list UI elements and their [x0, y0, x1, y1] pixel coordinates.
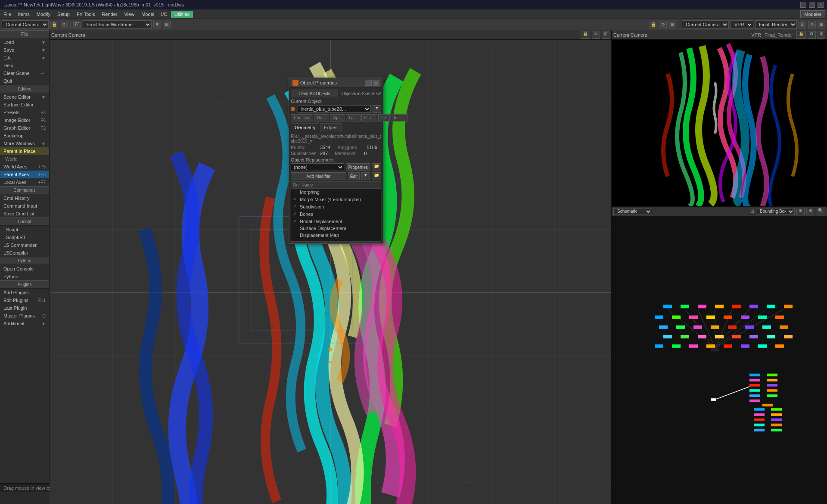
menu-setup[interactable]: Setup — [54, 11, 73, 18]
dialog-close-btn[interactable]: × — [373, 80, 379, 86]
render-select[interactable]: Final_Render — [755, 20, 797, 29]
sidebar-edit[interactable]: Edit ▼ — [0, 54, 49, 62]
add-modifier-btn[interactable]: Add Modifier — [291, 172, 346, 180]
render-expand-icon[interactable]: ⊞ — [818, 21, 825, 28]
modifier-morphing[interactable]: Morphing — [291, 189, 381, 196]
vpr-select[interactable]: VPR — [731, 20, 753, 29]
current-object-select[interactable]: inertia_plus_tube20... — [298, 105, 371, 113]
main-expand-btn[interactable]: ⊞ — [602, 31, 609, 39]
menu-modify[interactable]: Modify — [33, 11, 54, 18]
expand-icon[interactable]: ⊞ — [163, 21, 171, 28]
modifier-bones[interactable]: ✓ Bones — [291, 210, 381, 218]
sidebar-master-plugins[interactable]: Master Plugins O — [0, 312, 49, 320]
menu-model[interactable]: Model — [138, 11, 158, 18]
tab-fx[interactable]: FX — [378, 114, 390, 121]
tab-inst[interactable]: Inst... — [391, 114, 407, 121]
modifier-subdivision[interactable]: ✓ Subdivision — [291, 203, 381, 210]
sidebar-lscript-rt[interactable]: LScript/RT — [0, 233, 49, 241]
sidebar-add-plugins[interactable]: Add Plugins — [0, 289, 49, 296]
schematic-zoom-btn[interactable]: 🔍 — [816, 208, 825, 215]
sidebar-parent-in-place[interactable]: Parent in Place — [0, 147, 49, 155]
object-expand-btn[interactable]: ▼ — [373, 105, 381, 113]
view-mode-select[interactable]: Front Face Wireframe — [83, 20, 152, 29]
sidebar-parent-axes[interactable]: Parent Axes +F6 — [0, 171, 49, 178]
tab-glo[interactable]: Glo... — [361, 114, 378, 121]
dialog-title-bar[interactable]: Object Properties — × — [289, 78, 383, 88]
sidebar-presets[interactable]: Presets F8 — [0, 109, 49, 116]
sidebar-lscompiler[interactable]: LSCompiler — [0, 249, 49, 257]
menu-render[interactable]: Render — [98, 11, 121, 18]
bounding-box-select[interactable]: Bounding Box — [756, 208, 795, 215]
sidebar-world-axes[interactable]: World Axes +F5 — [0, 163, 49, 171]
sidebar-python[interactable]: Python — [0, 273, 49, 280]
tab-re[interactable]: Re... — [314, 114, 329, 121]
sidebar-surface-editor[interactable]: Surface Editor — [0, 101, 49, 109]
replacement-select[interactable]: (none) — [291, 163, 344, 171]
schematic-expand-btn[interactable]: ⊞ — [806, 208, 814, 215]
top-right-expand-btn[interactable]: ⊞ — [818, 31, 825, 39]
sidebar-command-input[interactable]: Command Input — [0, 202, 49, 210]
sidebar-cmd-history[interactable]: Cmd History — [0, 194, 49, 202]
menu-io[interactable]: I/O — [158, 11, 171, 18]
sidebar-open-console[interactable]: Open Console — [0, 265, 49, 273]
schematic-mode-select[interactable]: Schematic — [613, 208, 652, 215]
minimize-btn[interactable]: — — [800, 2, 806, 8]
sidebar-load[interactable]: Load ▼ — [0, 38, 49, 46]
dialog-minimize-btn[interactable]: — — [365, 80, 372, 86]
menu-file[interactable]: File — [0, 11, 15, 18]
sidebar-lscript[interactable]: LScript — [0, 226, 49, 233]
edit-btn[interactable]: Edit — [348, 172, 360, 180]
replacement-folder-btn[interactable]: 📁 — [372, 163, 381, 171]
modifier-inertia-plus[interactable]: ✓ Inertia_plus (1.00) 07/18 — [291, 239, 381, 242]
modifier-folder-btn[interactable]: 📁 — [372, 172, 381, 180]
top-right-lock-btn[interactable]: 🔒 — [796, 31, 806, 39]
replacement-properties-btn[interactable]: Properties — [346, 163, 370, 171]
dropdown-arrow-icon[interactable]: ▼ — [153, 21, 161, 28]
sidebar-clear-scene[interactable]: Clear Scene +4 — [0, 69, 49, 77]
modifier-surface-displacement[interactable]: Surface Displacement — [291, 225, 381, 232]
modifier-morph-mixer[interactable]: ✓ Morph Mixer (4 endomorphs) — [291, 196, 381, 203]
close-btn[interactable]: × — [818, 2, 824, 8]
toolbar-gear-icon[interactable]: ⚙ — [659, 21, 667, 28]
tab-ap[interactable]: Ap... — [330, 114, 345, 121]
checkbox-icon[interactable]: ☑ — [73, 21, 81, 28]
schematic-settings-btn[interactable]: ⚙ — [796, 208, 805, 215]
menu-utilities[interactable]: Utilities — [171, 11, 193, 18]
top-right-settings-btn[interactable]: ⚙ — [808, 31, 816, 39]
right-camera-select[interactable]: Current Camera — [682, 20, 729, 29]
settings-icon[interactable]: ⚙ — [60, 21, 68, 28]
sidebar-local-axes[interactable]: Local Axes +F7 — [0, 178, 49, 186]
modifier-nodal-displacement[interactable]: ✓ Nodal Displacement — [291, 218, 381, 225]
tab-primitive[interactable]: Primitive — [291, 114, 313, 121]
sidebar-save-cmd-list[interactable]: Save Cmd List — [0, 210, 49, 218]
render-checkbox-icon[interactable]: ☑ — [799, 21, 806, 28]
maximize-btn[interactable]: □ — [809, 2, 815, 8]
main-settings-btn[interactable]: ⚙ — [592, 31, 600, 39]
tab-geometry[interactable]: Geometry — [291, 123, 319, 132]
toolbar-lock-icon[interactable]: 🔒 — [650, 21, 657, 28]
sidebar-ls-commander[interactable]: LS Commander — [0, 241, 49, 249]
sidebar-save[interactable]: Save ▼ — [0, 46, 49, 54]
toolbar-expand-icon[interactable]: ⊞ — [668, 21, 676, 28]
sidebar-last-plugin[interactable]: Last Plugin — [0, 304, 49, 312]
tab-lg[interactable]: Lg... — [346, 114, 360, 121]
sidebar-help[interactable]: Help — [0, 62, 49, 69]
render-settings-icon[interactable]: ⚙ — [808, 21, 816, 28]
menu-items[interactable]: Items — [15, 11, 33, 18]
sidebar-image-editor[interactable]: Image Editor F6 — [0, 116, 49, 124]
camera-select[interactable]: Current Camera — [2, 20, 49, 29]
sidebar-graph-editor[interactable]: Graph Editor F2 — [0, 124, 49, 132]
sidebar-edit-plugins[interactable]: Edit Plugins F11 — [0, 296, 49, 304]
menu-modeler[interactable]: Modeler — [800, 10, 825, 18]
lock-icon[interactable]: 🔒 — [50, 21, 58, 28]
sidebar-scene-editor[interactable]: Scene Editor ▼ — [0, 93, 49, 101]
modifier-displacement-map[interactable]: Displacement Map — [291, 232, 381, 239]
main-lock-btn[interactable]: 🔒 — [581, 31, 590, 39]
menu-view[interactable]: View — [121, 11, 138, 18]
sidebar-additional[interactable]: Additional ▼ — [0, 320, 49, 327]
modifier-menu-btn[interactable]: ▼ — [361, 172, 370, 180]
sidebar-backdrop[interactable]: Backdrop — [0, 132, 49, 140]
sidebar-quit[interactable]: Quit — [0, 77, 49, 85]
menu-fxtools[interactable]: FX Tools — [73, 11, 99, 18]
sidebar-more-windows[interactable]: More Windows ▼ — [0, 140, 49, 147]
